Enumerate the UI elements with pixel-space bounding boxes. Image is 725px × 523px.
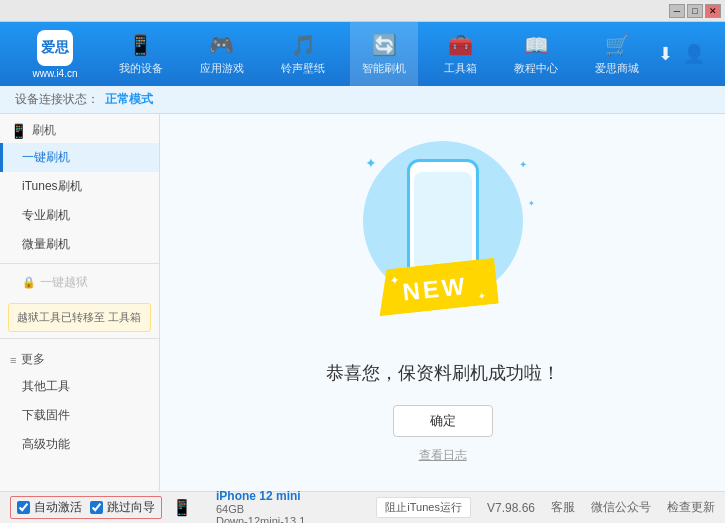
skip-wizard-label: 跳过向导 <box>107 499 155 516</box>
sidebar-item-one-click-flash[interactable]: 一键刷机 <box>0 143 159 172</box>
wechat-link[interactable]: 微信公众号 <box>591 499 651 516</box>
main-layout: 📱 刷机 一键刷机 iTunes刷机 专业刷机 微量刷机 🔒 一键越狱 越狱工具… <box>0 114 725 491</box>
sidebar-item-jailbreak: 🔒 一键越狱 <box>0 268 159 297</box>
logo-icon: 爱思 <box>37 30 73 66</box>
secondary-link[interactable]: 查看日志 <box>419 447 467 464</box>
wallpaper-nav-icon: 🎵 <box>291 33 316 57</box>
bottom-bar: 自动激活 跳过向导 📱 iPhone 12 mini 64GB Down-12m… <box>0 491 725 523</box>
check-update-link[interactable]: 检查更新 <box>667 499 715 516</box>
sidebar-item-download-firmware[interactable]: 下载固件 <box>0 401 159 430</box>
confirm-button[interactable]: 确定 <box>393 405 493 437</box>
status-value: 正常模式 <box>105 91 153 108</box>
sidebar-item-advanced[interactable]: 高级功能 <box>0 430 159 459</box>
download-button[interactable]: ⬇ <box>658 43 673 65</box>
more-section-header: ≡ 更多 <box>0 343 159 372</box>
auto-launch-label: 自动激活 <box>34 499 82 516</box>
sidebar-item-micro-flash[interactable]: 微量刷机 <box>0 230 159 259</box>
svg-text:✦: ✦ <box>477 290 486 302</box>
close-button[interactable]: ✕ <box>705 4 721 18</box>
header-right: ⬇ 👤 <box>658 43 715 65</box>
header: 爱思 www.i4.cn 📱 我的设备 🎮 应用游戏 🎵 铃声壁纸 🔄 智能刷机… <box>0 22 725 86</box>
logo-area[interactable]: 爱思 www.i4.cn <box>10 30 100 79</box>
star-right-top-icon: ✦ <box>519 159 527 170</box>
window-controls: ─ □ ✕ <box>669 4 721 18</box>
version-label: V7.98.66 <box>487 501 535 515</box>
nav-smart-shop-label: 智能刷机 <box>362 61 406 76</box>
flash-section-icon: 📱 <box>10 123 27 139</box>
star-left-icon: ✦ <box>365 155 377 171</box>
bottom-right: 阻止iTunes运行 V7.98.66 客服 微信公众号 检查更新 <box>376 497 715 518</box>
nav-tutorial-label: 教程中心 <box>514 61 558 76</box>
nav-app-games[interactable]: 🎮 应用游戏 <box>188 22 256 86</box>
phone-screen <box>414 172 472 270</box>
mall-nav-icon: 🛒 <box>605 33 630 57</box>
sidebar-item-itunes-flash[interactable]: iTunes刷机 <box>0 172 159 201</box>
success-message: 恭喜您，保资料刷机成功啦！ <box>326 361 560 385</box>
status-bar: 设备连接状态： 正常模式 <box>0 86 725 114</box>
sidebar-item-pro-flash[interactable]: 专业刷机 <box>0 201 159 230</box>
nav-my-device-label: 我的设备 <box>119 61 163 76</box>
device-version: Down-12mini-13,1 <box>216 515 305 524</box>
user-button[interactable]: 👤 <box>683 43 705 65</box>
svg-text:✦: ✦ <box>389 273 400 288</box>
illustration: ✦ ✦ ✦ NEW ✦ ✦ <box>333 141 553 341</box>
nav-my-device[interactable]: 📱 我的设备 <box>107 22 175 86</box>
sidebar-item-other-tools[interactable]: 其他工具 <box>0 372 159 401</box>
skip-wizard-checkbox[interactable]: 跳过向导 <box>90 499 155 516</box>
lock-icon: 🔒 <box>22 276 36 289</box>
nav-mall-label: 爱思商城 <box>595 61 639 76</box>
nav-wallpaper[interactable]: 🎵 铃声壁纸 <box>269 22 337 86</box>
warning-box: 越狱工具已转移至 工具箱 <box>8 303 151 332</box>
support-link[interactable]: 客服 <box>551 499 575 516</box>
more-section-label: 更多 <box>21 351 45 368</box>
nav-toolbox[interactable]: 🧰 工具箱 <box>432 22 489 86</box>
device-storage: 64GB <box>216 503 305 515</box>
minimize-button[interactable]: ─ <box>669 4 685 18</box>
auto-launch-checkbox[interactable]: 自动激活 <box>17 499 82 516</box>
warning-text: 越狱工具已转移至 工具箱 <box>17 311 141 323</box>
checkbox-group: 自动激活 跳过向导 <box>10 496 162 519</box>
nav-wallpaper-label: 铃声壁纸 <box>281 61 325 76</box>
flash-section-header: 📱 刷机 <box>0 114 159 143</box>
nav-tutorial[interactable]: 📖 教程中心 <box>502 22 570 86</box>
auto-launch-input[interactable] <box>17 501 30 514</box>
device-nav-icon: 📱 <box>128 33 153 57</box>
status-label: 设备连接状态： <box>15 91 99 108</box>
star-right-mid-icon: ✦ <box>528 199 535 208</box>
bottom-left: 自动激活 跳过向导 📱 iPhone 12 mini 64GB Down-12m… <box>10 489 305 524</box>
sidebar-divider-1 <box>0 263 159 264</box>
logo-text: www.i4.cn <box>32 68 77 79</box>
toolbox-nav-icon: 🧰 <box>448 33 473 57</box>
sidebar: 📱 刷机 一键刷机 iTunes刷机 专业刷机 微量刷机 🔒 一键越狱 越狱工具… <box>0 114 160 491</box>
title-bar: ─ □ ✕ <box>0 0 725 22</box>
jailbreak-label: 一键越狱 <box>40 274 88 291</box>
nav-smart-shop[interactable]: 🔄 智能刷机 <box>350 22 418 86</box>
nav-app-games-label: 应用游戏 <box>200 61 244 76</box>
nav-mall[interactable]: 🛒 爱思商城 <box>583 22 651 86</box>
nav-toolbox-label: 工具箱 <box>444 61 477 76</box>
skip-wizard-input[interactable] <box>90 501 103 514</box>
tutorial-nav-icon: 📖 <box>524 33 549 57</box>
flash-section-label: 刷机 <box>32 122 56 139</box>
device-icon: 📱 <box>172 498 192 517</box>
sidebar-divider-2 <box>0 338 159 339</box>
app-nav-icon: 🎮 <box>209 33 234 57</box>
content-area: ✦ ✦ ✦ NEW ✦ ✦ 恭喜您，保资料刷机成功啦！ 确定 查看日志 <box>160 114 725 491</box>
maximize-button[interactable]: □ <box>687 4 703 18</box>
smart-nav-icon: 🔄 <box>372 33 397 57</box>
itunes-stop-button[interactable]: 阻止iTunes运行 <box>376 497 471 518</box>
nav-items: 📱 我的设备 🎮 应用游戏 🎵 铃声壁纸 🔄 智能刷机 🧰 工具箱 📖 教程中心… <box>100 22 658 86</box>
device-info: iPhone 12 mini 64GB Down-12mini-13,1 <box>216 489 305 524</box>
